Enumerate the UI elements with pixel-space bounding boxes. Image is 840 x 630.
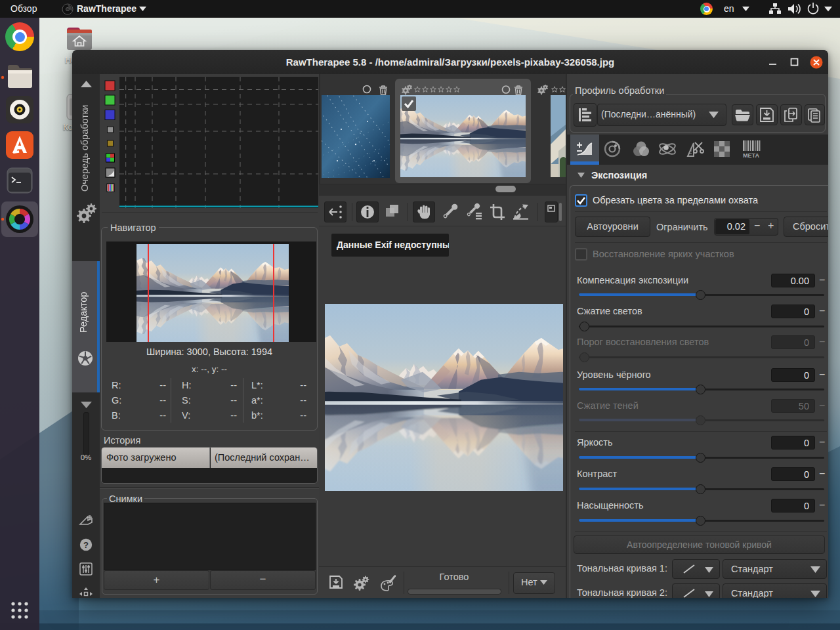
svg-text:?: ? [83, 540, 89, 550]
svg-text:МЕТА: МЕТА [743, 152, 759, 159]
